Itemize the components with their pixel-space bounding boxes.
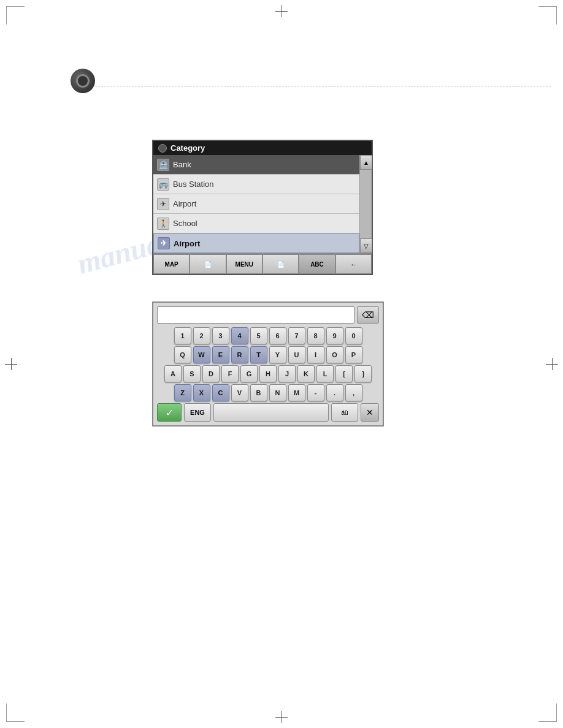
key-t[interactable]: T [250,346,267,363]
close-icon: ✕ [366,408,373,417]
scroll-track [360,170,372,238]
item-label: Bus Station [173,180,214,189]
list-item[interactable]: ✈ Airport [153,233,359,253]
key-a[interactable]: A [164,365,182,382]
key-bracket-close[interactable]: ] [354,365,372,382]
toolbar-doc1-button[interactable]: 📄 [190,254,226,274]
special-chars-button[interactable]: áü [331,403,358,422]
item-label: Bank [173,160,191,169]
language-button[interactable]: ENG [184,403,211,422]
toolbar-doc2-button[interactable]: 📄 [262,254,299,274]
doc1-icon: 📄 [204,261,212,268]
key-bracket-open[interactable]: [ [335,365,353,382]
keyboard-qwerty-row: Q W E R T Y U I O P [157,346,379,363]
corner-mark-tl [6,6,25,25]
keyboard-bottom-row: ✓ ENG áü ✕ [157,403,379,422]
keyboard-close-button[interactable]: ✕ [361,403,379,422]
scroll-up-button[interactable]: ▲ [360,155,372,170]
key-x[interactable]: X [193,384,210,401]
key-u[interactable]: U [288,346,305,363]
crosshair-left [5,358,17,370]
airplane-icon: ✈ [157,198,169,210]
crosshair-top [275,5,288,17]
key-v[interactable]: V [231,384,248,401]
key-3[interactable]: 3 [212,327,229,344]
keyboard-dialog: ⌫ 1 2 3 4 5 6 7 8 9 0 Q W E R T Y U I O … [152,301,384,427]
back-icon: ← [350,261,356,268]
section-divider [80,86,551,86]
item-label: Airport [173,199,196,208]
special-label: áü [341,409,348,416]
key-g[interactable]: G [240,365,258,382]
top-section-icon [71,69,95,93]
doc2-icon: 📄 [277,261,285,268]
key-9[interactable]: 9 [326,327,343,344]
key-period[interactable]: . [326,384,343,401]
toolbar-back-button[interactable]: ← [335,254,372,274]
corner-mark-bl [6,703,25,722]
key-4[interactable]: 4 [231,327,248,344]
key-f[interactable]: F [221,365,239,382]
category-list: 🏦 Bank 🚌 Bus Station ✈ Airport 🚶 School … [153,155,372,253]
keyboard-asdf-row: A S D F G H J K L [ ] [157,365,379,382]
key-comma[interactable]: , [345,384,362,401]
key-b[interactable]: B [250,384,267,401]
key-c[interactable]: C [212,384,229,401]
abc-label: ABC [310,261,324,268]
key-dash[interactable]: - [307,384,324,401]
keyboard-number-row: 1 2 3 4 5 6 7 8 9 0 [157,327,379,344]
menu-label: MENU [236,261,253,268]
school-icon: 🚶 [157,218,169,230]
list-item[interactable]: 🏦 Bank [153,155,359,175]
key-o[interactable]: O [326,346,343,363]
crosshair-right [546,358,558,370]
key-6[interactable]: 6 [269,327,286,344]
toolbar-abc-button[interactable]: ABC [299,254,335,274]
map-label: MAP [165,261,178,268]
key-r[interactable]: R [231,346,248,363]
key-1[interactable]: 1 [174,327,191,344]
list-item[interactable]: ✈ Airport [153,194,359,214]
key-e[interactable]: E [212,346,229,363]
key-y[interactable]: Y [269,346,286,363]
key-q[interactable]: Q [174,346,191,363]
list-item[interactable]: 🚌 Bus Station [153,175,359,194]
key-7[interactable]: 7 [288,327,305,344]
confirm-button[interactable]: ✓ [157,403,182,422]
list-item[interactable]: 🚶 School [153,214,359,233]
key-8[interactable]: 8 [307,327,324,344]
key-j[interactable]: J [278,365,296,382]
keyboard-input-row: ⌫ [157,306,379,324]
check-icon: ✓ [166,407,174,419]
key-s[interactable]: S [183,365,201,382]
key-m[interactable]: M [288,384,305,401]
category-title-text: Category [170,143,205,153]
space-key[interactable] [213,403,329,422]
toolbar-map-button[interactable]: MAP [153,254,190,274]
toolbar-menu-button[interactable]: MENU [226,254,262,274]
key-n[interactable]: N [269,384,286,401]
key-w[interactable]: W [193,346,210,363]
language-label: ENG [190,409,205,416]
scroll-down-button[interactable]: ▽ [360,238,372,253]
keyboard-text-input[interactable] [157,306,354,324]
item-label: School [173,219,197,228]
airplane-icon-2: ✈ [158,237,170,249]
key-2[interactable]: 2 [193,327,210,344]
category-scrollbar: ▲ ▽ [359,155,372,253]
key-z[interactable]: Z [174,384,191,401]
backspace-button[interactable]: ⌫ [357,306,379,324]
key-d[interactable]: D [202,365,220,382]
item-label: Airport [174,239,200,248]
key-p[interactable]: P [345,346,362,363]
key-l[interactable]: L [316,365,334,382]
key-0[interactable]: 0 [345,327,362,344]
key-k[interactable]: K [297,365,315,382]
key-i[interactable]: I [307,346,324,363]
key-h[interactable]: H [259,365,277,382]
key-5[interactable]: 5 [250,327,267,344]
category-title-bar: Category [153,141,372,155]
category-toolbar: MAP 📄 MENU 📄 ABC ← [153,253,372,274]
corner-mark-br [538,703,557,722]
corner-mark-tr [538,6,557,25]
